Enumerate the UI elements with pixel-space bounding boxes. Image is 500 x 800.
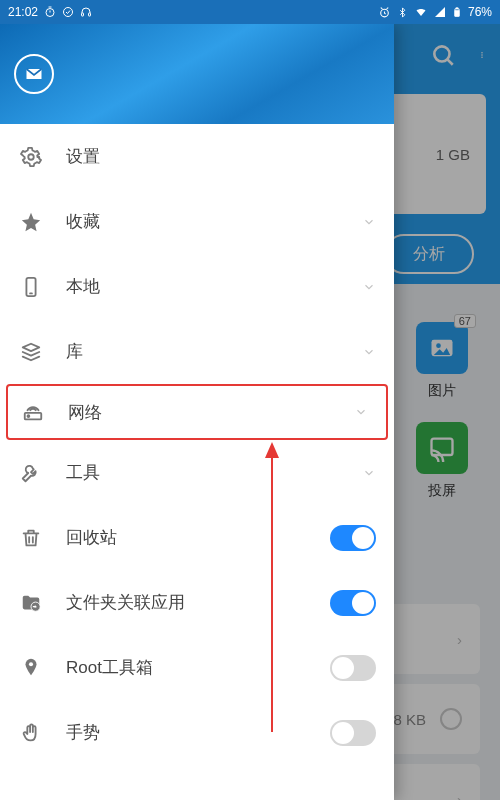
drawer-item-label: 网络 [68,401,354,424]
signal-icon [434,6,446,18]
row-select-circle[interactable] [440,708,462,730]
status-time: 21:02 [8,5,38,19]
svg-rect-14 [432,439,453,455]
toggle-root[interactable] [330,655,376,681]
status-bar: 21:02 76% [0,0,500,24]
storage-value: 1 GB [436,146,470,163]
drawer-item-label: 设置 [66,145,376,168]
stack-icon [20,341,44,363]
svg-point-9 [481,52,482,53]
analyze-button[interactable]: 分析 [384,234,474,274]
pin-icon [20,657,44,679]
status-right: 76% [378,5,492,19]
svg-point-13 [436,343,441,348]
drawer-item-fav[interactable]: 收藏 [0,189,394,254]
drawer-item-gesture[interactable]: 手势 [0,700,394,765]
chevron-down-icon [362,215,376,229]
bluetooth-icon [397,6,408,19]
navigation-drawer[interactable]: 设置收藏本地库网络工具回收站文件夹关联应用Root工具箱手势 [0,24,394,800]
drawer-item-library[interactable]: 库 [0,319,394,384]
star-icon [20,211,44,233]
svg-point-15 [28,154,34,160]
router-icon [22,401,46,423]
drawer-item-label: Root工具箱 [66,656,330,679]
drawer-item-assoc[interactable]: 文件夹关联应用 [0,570,394,635]
gear-icon [20,146,44,168]
chevron-down-icon [354,405,368,419]
phone-icon [20,276,44,298]
drawer-item-label: 工具 [66,461,362,484]
svg-rect-6 [455,11,459,16]
drawer-item-settings[interactable]: 设置 [0,124,394,189]
trash-icon [20,527,44,549]
toggle-gesture[interactable] [330,720,376,746]
drawer-item-network[interactable]: 网络 [6,384,388,440]
row-size: 8 KB [393,711,426,728]
drawer-menu: 设置收藏本地库网络工具回收站文件夹关联应用Root工具箱手势 [0,124,394,800]
svg-point-21 [29,662,33,666]
more-icon[interactable] [478,42,486,68]
svg-rect-7 [456,8,458,9]
alarm-icon [378,6,391,19]
drawer-item-recycle[interactable]: 回收站 [0,505,394,570]
toggle-recycle[interactable] [330,525,376,551]
tile-images[interactable]: 67 图片 [412,322,472,400]
status-left: 21:02 [8,5,92,19]
svg-rect-2 [82,13,84,16]
drawer-item-label: 库 [66,340,362,363]
hand-icon [20,722,44,744]
svg-point-11 [481,57,482,58]
image-count-badge: 67 [454,314,476,328]
search-icon[interactable] [430,42,456,68]
drawer-item-label: 回收站 [66,526,330,549]
drawer-item-label: 收藏 [66,210,362,233]
check-circle-icon [62,6,74,18]
drawer-item-tools[interactable]: 工具 [0,440,394,505]
chevron-down-icon [362,466,376,480]
svg-rect-3 [89,13,91,16]
tile-images-label: 图片 [428,382,456,398]
svg-point-19 [28,415,30,417]
drawer-item-label: 手势 [66,721,330,744]
svg-point-8 [434,46,449,61]
chevron-down-icon [362,345,376,359]
tile-cast-label: 投屏 [428,482,456,498]
drawer-item-label: 本地 [66,275,362,298]
wrench-icon [20,462,44,484]
folder-link-icon [20,592,44,614]
battery-percent: 76% [468,5,492,19]
chevron-right-icon: › [457,631,462,648]
headphones-icon [80,6,92,18]
chevron-down-icon [362,280,376,294]
svg-rect-12 [432,340,453,356]
svg-point-1 [64,8,73,17]
mail-icon[interactable] [14,54,54,94]
wifi-icon [414,6,428,18]
drawer-item-local[interactable]: 本地 [0,254,394,319]
tile-cast[interactable]: 投屏 [412,422,472,500]
drawer-item-label: 文件夹关联应用 [66,591,330,614]
toggle-assoc[interactable] [330,590,376,616]
drawer-header [0,24,394,124]
battery-icon [452,5,462,19]
stopwatch-icon [44,6,56,18]
svg-point-10 [481,54,482,55]
chevron-right-icon: › [457,791,462,801]
drawer-item-root[interactable]: Root工具箱 [0,635,394,700]
